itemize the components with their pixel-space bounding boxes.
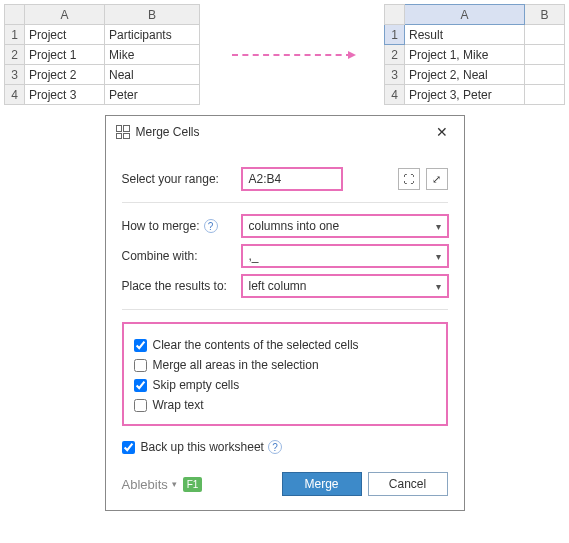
cell[interactable]: Participants	[105, 25, 200, 45]
cell[interactable]: Project 1, Mike	[405, 45, 525, 65]
merge-cells-icon	[116, 125, 130, 139]
chevron-down-icon: ▾	[172, 479, 177, 489]
brand-menu[interactable]: Ablebits▾	[122, 477, 177, 492]
range-input[interactable]: A2:B4	[242, 168, 342, 190]
row-header[interactable]: 2	[385, 45, 405, 65]
how-to-merge-label: How to merge:?	[122, 219, 242, 234]
row-header[interactable]: 2	[5, 45, 25, 65]
cell[interactable]: Result	[405, 25, 525, 45]
col-header-b[interactable]: B	[105, 5, 200, 25]
select-range-icon[interactable]: ⛶	[398, 168, 420, 190]
row-header[interactable]: 4	[5, 85, 25, 105]
chevron-down-icon: ▾	[436, 281, 441, 292]
cell[interactable]: Project 2, Neal	[405, 65, 525, 85]
cell[interactable]	[525, 85, 565, 105]
options-group: Clear the contents of the selected cells…	[122, 322, 448, 426]
merge-areas-checkbox[interactable]: Merge all areas in the selection	[134, 358, 436, 372]
col-header-a[interactable]: A	[405, 5, 525, 25]
source-sheet: A B 1 Project Participants 2 Project 1 M…	[4, 4, 200, 105]
close-icon[interactable]: ✕	[430, 122, 454, 142]
how-to-merge-select[interactable]: columns into one▾	[242, 215, 448, 237]
combine-with-select[interactable]: ,_▾	[242, 245, 448, 267]
corner-cell[interactable]	[385, 5, 405, 25]
row-header[interactable]: 4	[385, 85, 405, 105]
result-sheet: A B 1 Result 2 Project 1, Mike 3 Project…	[384, 4, 565, 105]
row-header[interactable]: 1	[385, 25, 405, 45]
row-header[interactable]: 1	[5, 25, 25, 45]
range-label: Select your range:	[122, 172, 242, 186]
row-header[interactable]: 3	[385, 65, 405, 85]
help-icon[interactable]: ?	[268, 440, 282, 454]
merge-button[interactable]: Merge	[282, 472, 362, 496]
skip-empty-checkbox[interactable]: Skip empty cells	[134, 378, 436, 392]
backup-checkbox[interactable]: Back up this worksheet ?	[122, 440, 448, 454]
place-results-select[interactable]: left column▾	[242, 275, 448, 297]
cell[interactable]: Project 2	[25, 65, 105, 85]
place-results-label: Place the results to:	[122, 279, 242, 293]
corner-cell[interactable]	[5, 5, 25, 25]
cell[interactable]	[525, 65, 565, 85]
cell[interactable]: Project 1	[25, 45, 105, 65]
cell[interactable]: Mike	[105, 45, 200, 65]
col-header-a[interactable]: A	[25, 5, 105, 25]
cell[interactable]: Peter	[105, 85, 200, 105]
merge-cells-dialog: Merge Cells ✕ Select your range: A2:B4 ⛶…	[105, 115, 465, 511]
cell[interactable]: Neal	[105, 65, 200, 85]
combine-with-label: Combine with:	[122, 249, 242, 263]
help-icon[interactable]: ?	[204, 219, 218, 233]
cell[interactable]: Project 3, Peter	[405, 85, 525, 105]
row-header[interactable]: 3	[5, 65, 25, 85]
clear-contents-checkbox[interactable]: Clear the contents of the selected cells	[134, 338, 436, 352]
cell[interactable]	[525, 25, 565, 45]
wrap-text-checkbox[interactable]: Wrap text	[134, 398, 436, 412]
col-header-b[interactable]: B	[525, 5, 565, 25]
chevron-down-icon: ▾	[436, 221, 441, 232]
cell[interactable]: Project	[25, 25, 105, 45]
expand-range-icon[interactable]: ⤢	[426, 168, 448, 190]
cell[interactable]	[525, 45, 565, 65]
chevron-down-icon: ▾	[436, 251, 441, 262]
f1-help-badge[interactable]: F1	[183, 477, 203, 492]
arrow-icon	[210, 54, 374, 56]
cancel-button[interactable]: Cancel	[368, 472, 448, 496]
dialog-title: Merge Cells	[136, 125, 430, 139]
cell[interactable]: Project 3	[25, 85, 105, 105]
